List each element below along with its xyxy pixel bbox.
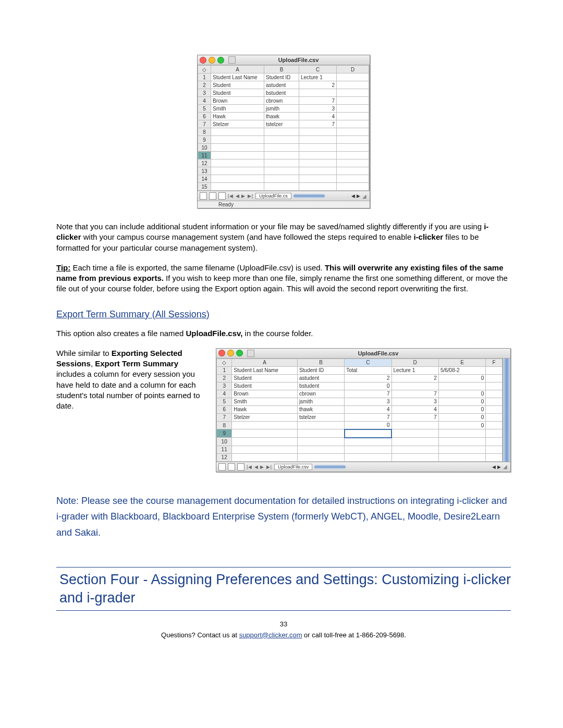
cell [211,136,264,144]
cell [438,438,485,446]
cell: bstudent [264,89,299,97]
row-number: 1 [198,73,211,81]
cell [486,374,503,382]
cell [211,167,264,175]
table-row: 11 [217,446,503,453]
cell [337,89,369,97]
row-number: 5 [217,398,232,405]
cell: Brown [211,97,264,105]
cell: 7 [299,120,337,128]
cell: Student Last Name [211,73,264,81]
cell [211,183,264,191]
sheet-footer: |◀ ◀ ▶ ▶| UploadFile.cs ◀ ▶ ◢ [198,191,370,201]
cell: tstelzer [297,413,344,421]
cell: 0 [438,421,485,429]
row-number: 9 [198,136,211,144]
cell [337,136,369,144]
cell [232,446,298,453]
cell [486,421,503,429]
cell: 0 [345,421,391,429]
cell [486,446,503,453]
cell: 0 [345,382,391,390]
vertical-scrollbar [503,359,510,462]
document-icon [228,56,236,64]
col-header: C [299,66,337,73]
cell [438,453,485,461]
row-number: 7 [217,413,232,421]
close-icon [218,350,225,356]
row-number: 6 [198,113,211,120]
cell [264,183,299,191]
cell: astudent [264,81,299,89]
cell: 3 [391,398,438,405]
cell [391,382,438,390]
view-normal-icon [200,192,207,200]
spreadsheet-screenshot-1: UploadFile.csv ◇ A B C D 1Student Last N… [197,55,370,208]
cell [337,120,369,128]
row-number: 14 [198,175,211,183]
cell: 7 [391,413,438,421]
cell: 0 [438,405,485,413]
cell [486,390,503,398]
row-number: 7 [198,120,211,128]
cell: 7 [345,413,391,421]
window-titlebar: UploadFile.csv [198,55,370,65]
cell: Lecture 1 [391,366,438,374]
window-title: UploadFile.csv [256,350,510,356]
subsection-heading-link[interactable]: Export Term Summary (All Sessions) [56,309,511,320]
cell [337,73,369,81]
row-number: 11 [217,446,232,453]
cell: Hawk [232,405,298,413]
cell [337,81,369,89]
cell [211,159,264,167]
view-layout-icon [228,463,235,471]
cell [337,144,369,152]
cell [211,144,264,152]
cell [299,152,337,159]
cell: 0 [438,374,485,382]
table-row: 12 [198,159,369,167]
cell [486,429,503,438]
view-layout-icon [209,192,216,200]
body-paragraph-tip: Tip: Each time a file is exported, the s… [56,263,511,294]
table-row: 3Studentbstudent0 [217,382,503,390]
cell [391,438,438,446]
footer-contact: Questions? Contact us at support@clicker… [56,631,511,639]
vertical-scrollbar [369,65,370,191]
cell [264,159,299,167]
cell: 7 [299,97,337,105]
support-email-link[interactable]: support@clicker.com [239,631,302,639]
table-row: 2Studentastudent220 [217,374,503,382]
cell: 3 [345,398,391,405]
integration-note: Note: Please see the course management d… [56,493,511,541]
cell: Student [232,382,298,390]
cell [337,167,369,175]
cell: Stelzer [211,120,264,128]
cell: 5/6/08-2 [438,366,485,374]
window-titlebar: UploadFile.csv [216,349,510,359]
cell [299,144,337,152]
cell: Stelzer [232,413,298,421]
table-row: 800 [217,421,503,429]
table-row: 5Smithjsmith3 [198,105,369,113]
cell: bstudent [297,382,344,390]
row-number: 13 [198,167,211,175]
cell: 2 [299,81,337,89]
table-row: 15 [198,183,369,191]
col-header: A [232,359,298,366]
sheet-tab: UploadFile.cs [255,193,291,199]
cell: Smith [211,105,264,113]
col-header: D [337,66,369,73]
cell [299,89,337,97]
cell: Student [211,89,264,97]
section-heading: Section Four - Assigning Preferences and… [56,567,511,611]
cell: 3 [299,105,337,113]
sheet-nav-arrows: |◀ ◀ ▶ ▶| [228,193,253,199]
table-row: 3Studentbstudent [198,89,369,97]
cell [391,429,438,438]
sheet-footer: |◀ ◀ ▶ ▶| UploadFile.csv ◀ ▶ ◢ [216,462,510,472]
spreadsheet-grid: ◇ A B C D E F 1Student Last NameStudent … [216,359,503,462]
minimize-icon [227,350,234,356]
col-header: A [211,66,264,73]
row-number: 10 [198,144,211,152]
